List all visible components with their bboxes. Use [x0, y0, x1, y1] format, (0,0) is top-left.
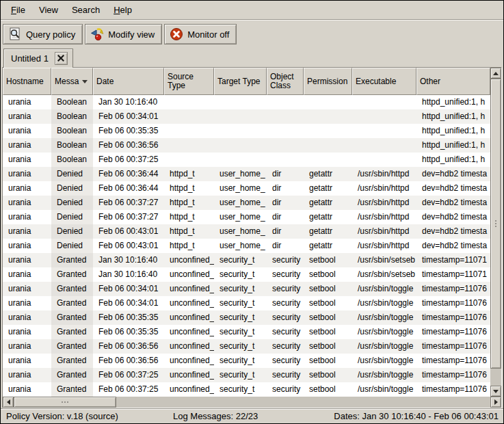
column-header-permission[interactable]: Permission: [304, 68, 352, 95]
table-cell: security_t: [214, 296, 267, 310]
grip-icon: [62, 401, 63, 403]
horizontal-scrollbar[interactable]: [3, 397, 501, 408]
column-header-target-type[interactable]: Target Type: [214, 68, 267, 95]
table-cell: timestamp=11076: [416, 354, 490, 368]
scroll-right-button[interactable]: [490, 397, 501, 408]
table-cell: security: [267, 354, 304, 368]
table-row[interactable]: uraniaGrantedFeb 06 00:34:01unconfined_s…: [3, 296, 490, 310]
column-header-executable[interactable]: Executable: [352, 68, 416, 95]
table-row[interactable]: uraniaGrantedFeb 06 00:36:56unconfined_s…: [3, 354, 490, 368]
table-cell: Denied: [51, 239, 93, 253]
table-cell: security: [267, 310, 304, 325]
vertical-scrollbar-thumb[interactable]: [490, 79, 501, 369]
table-cell: Feb 06 00:35:35: [93, 325, 164, 339]
table-row[interactable]: uraniaGrantedFeb 06 00:36:56unconfined_s…: [3, 339, 490, 354]
tab-untitled-1[interactable]: Untitled 1: [3, 49, 73, 68]
table-body: uraniaBooleanJan 30 10:16:40httpd_unifie…: [3, 95, 490, 397]
arrow-down-icon: [493, 390, 499, 393]
table-cell: security_t: [214, 267, 267, 282]
table-row[interactable]: uraniaBooleanFeb 06 00:36:56httpd_unifie…: [3, 138, 490, 153]
table-cell: getattr: [304, 181, 352, 196]
column-header-hostname[interactable]: Hostname: [3, 68, 51, 95]
table-cell: [214, 109, 267, 124]
table-cell: /usr/sbin/httpd: [352, 196, 416, 210]
monitor-off-button[interactable]: Monitor off: [164, 24, 237, 44]
table-cell: dev=hdb2 timesta: [416, 210, 490, 224]
table-cell: dir: [267, 196, 304, 210]
table-cell: Feb 06 00:37:25: [93, 368, 164, 382]
table-cell: Boolean: [51, 124, 93, 138]
table-row[interactable]: uraniaGrantedFeb 06 00:37:25unconfined_s…: [3, 382, 490, 397]
table-cell: security_t: [214, 253, 267, 267]
table-row[interactable]: uraniaGrantedFeb 06 00:35:35unconfined_s…: [3, 310, 490, 325]
table-row[interactable]: uraniaBooleanJan 30 10:16:40httpd_unifie…: [3, 95, 490, 109]
menu-file[interactable]: File: [4, 1, 32, 19]
table-cell: setbool: [304, 267, 352, 282]
table-row[interactable]: uraniaGrantedFeb 06 00:37:25unconfined_s…: [3, 368, 490, 382]
log-messages-status: Log Messages: 22/23: [173, 409, 258, 423]
table-cell: Feb 06 00:37:27: [93, 210, 164, 224]
table-row[interactable]: uraniaBooleanFeb 06 00:35:35httpd_unifie…: [3, 124, 490, 138]
column-header-object-class[interactable]: Object Class: [267, 68, 304, 95]
table-cell: /usr/sbin/httpd: [352, 181, 416, 196]
table-row[interactable]: uraniaDeniedFeb 06 00:43:01httpd_tuser_h…: [3, 239, 490, 253]
table-cell: security: [267, 382, 304, 397]
tab-close-button[interactable]: [55, 52, 68, 65]
table-cell: setbool: [304, 253, 352, 267]
table-cell: Granted: [51, 325, 93, 339]
table-row[interactable]: uraniaDeniedFeb 06 00:36:44httpd_tuser_h…: [3, 167, 490, 181]
table-cell: [304, 109, 352, 124]
table-cell: unconfined_: [164, 253, 214, 267]
table-cell: urania: [3, 196, 51, 210]
column-header-source-type[interactable]: Source Type: [164, 68, 214, 95]
table-row[interactable]: uraniaBooleanFeb 06 00:37:25httpd_unifie…: [3, 153, 490, 167]
table-row[interactable]: uraniaBooleanFeb 06 00:34:01httpd_unifie…: [3, 109, 490, 124]
menu-search[interactable]: Search: [65, 1, 107, 19]
table-cell: [352, 138, 416, 153]
query-policy-label: Query policy: [26, 29, 75, 40]
column-header-message[interactable]: Messa: [51, 68, 93, 95]
table-cell: [304, 138, 352, 153]
table-row[interactable]: uraniaGrantedJan 30 10:16:40unconfined_s…: [3, 253, 490, 267]
menu-help[interactable]: Help: [107, 1, 139, 19]
table-cell: urania: [3, 109, 51, 124]
table-cell: timestamp=11076: [416, 382, 490, 397]
table-cell: unconfined_: [164, 368, 214, 382]
table-cell: /usr/sbin/toggle: [352, 296, 416, 310]
table-row[interactable]: uraniaGrantedFeb 06 00:34:01unconfined_s…: [3, 282, 490, 296]
table-row[interactable]: uraniaDeniedFeb 06 00:37:27httpd_tuser_h…: [3, 196, 490, 210]
horizontal-scrollbar-thumb[interactable]: [14, 397, 116, 408]
table-cell: httpd_t: [164, 181, 214, 196]
table-cell: urania: [3, 339, 51, 354]
table-cell: httpd_unified:1, h: [416, 109, 490, 124]
table-cell: [352, 124, 416, 138]
table-cell: security: [267, 282, 304, 296]
table-cell: urania: [3, 224, 51, 239]
table-cell: [304, 153, 352, 167]
table-row[interactable]: uraniaDeniedFeb 06 00:37:27httpd_tuser_h…: [3, 210, 490, 224]
modify-view-button[interactable]: Modify view: [85, 24, 162, 44]
table-cell: Feb 06 00:36:56: [93, 339, 164, 354]
table-cell: unconfined_: [164, 339, 214, 354]
table-cell: urania: [3, 382, 51, 397]
table-cell: unconfined_: [164, 354, 214, 368]
table-row[interactable]: uraniaGrantedFeb 06 00:35:35unconfined_s…: [3, 325, 490, 339]
table-cell: Feb 06 00:36:44: [93, 167, 164, 181]
scroll-left-button[interactable]: [3, 397, 14, 408]
query-policy-button[interactable]: Query policy: [3, 24, 83, 44]
arrow-right-icon: [494, 399, 498, 405]
scroll-up-button[interactable]: [490, 68, 501, 79]
table-cell: security_t: [214, 382, 267, 397]
table-cell: timestamp=11076: [416, 368, 490, 382]
table-row[interactable]: uraniaDeniedFeb 06 00:43:01httpd_tuser_h…: [3, 224, 490, 239]
arrow-up-icon: [493, 72, 499, 75]
column-header-other[interactable]: Other: [416, 68, 490, 95]
menu-view[interactable]: View: [32, 1, 65, 19]
table-row[interactable]: uraniaGrantedJan 30 10:16:40unconfined_s…: [3, 267, 490, 282]
vertical-scrollbar[interactable]: [490, 68, 501, 397]
table-cell: httpd_t: [164, 210, 214, 224]
table-row[interactable]: uraniaDeniedFeb 06 00:36:44httpd_tuser_h…: [3, 181, 490, 196]
scroll-down-button[interactable]: [490, 386, 501, 397]
table-cell: timestamp=11071: [416, 267, 490, 282]
column-header-date[interactable]: Date: [93, 68, 164, 95]
